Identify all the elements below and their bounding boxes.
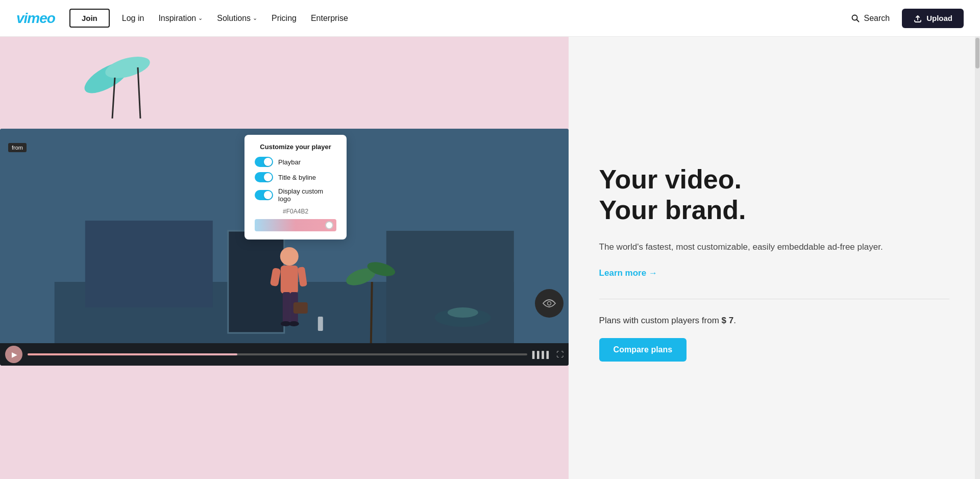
nav-login[interactable]: Log in xyxy=(122,14,144,23)
nav-inspiration[interactable]: Inspiration ⌄ xyxy=(158,14,203,23)
svg-point-25 xyxy=(448,307,478,318)
custom-logo-toggle[interactable] xyxy=(255,190,273,200)
custom-logo-label: Display custom logo xyxy=(278,187,336,203)
vimeo-logo: vimeo xyxy=(16,10,55,27)
video-player: Customize your player Playbar Title & by… xyxy=(0,129,569,366)
toggle-title-row: Title & byline xyxy=(255,172,336,182)
search-button[interactable]: Search xyxy=(851,14,890,23)
volume-bars: ▌▌▌▌ xyxy=(532,351,551,358)
svg-rect-20 xyxy=(293,302,308,314)
hero-title: Your video. Your brand. xyxy=(599,164,949,226)
svg-rect-26 xyxy=(318,317,323,331)
svg-line-5 xyxy=(138,67,140,118)
toggle-playbar-row: Playbar xyxy=(255,157,336,167)
svg-line-21 xyxy=(371,282,372,343)
playbar-toggle[interactable] xyxy=(255,157,273,167)
video-controls: ▶ ▌▌▌▌ ⛶ xyxy=(0,343,569,366)
title-byline-toggle[interactable] xyxy=(255,172,273,182)
progress-fill xyxy=(28,353,237,355)
nav-solutions[interactable]: Solutions ⌄ xyxy=(217,14,257,23)
svg-rect-9 xyxy=(386,231,514,343)
nav-enterprise[interactable]: Enterprise xyxy=(311,14,348,23)
fullscreen-button[interactable]: ⛶ xyxy=(556,350,564,358)
svg-line-1 xyxy=(857,19,859,21)
pink-background xyxy=(0,37,569,129)
upload-icon xyxy=(913,14,922,23)
customize-popup: Customize your player Playbar Title & by… xyxy=(244,135,347,240)
plant-illustration xyxy=(66,37,230,129)
playbar-label: Playbar xyxy=(278,158,301,166)
title-byline-label: Title & byline xyxy=(278,174,316,181)
toggle-logo-row: Display custom logo xyxy=(255,187,336,203)
scrollbar[interactable] xyxy=(975,37,980,479)
play-button[interactable]: ▶ xyxy=(5,346,22,363)
search-icon xyxy=(851,14,860,22)
volume-control[interactable]: ▌▌▌▌ xyxy=(532,351,551,358)
svg-point-12 xyxy=(280,247,299,266)
plans-text: Plans with custom players from $ 7. xyxy=(599,316,949,326)
nav-pricing[interactable]: Pricing xyxy=(272,14,297,23)
progress-bar[interactable] xyxy=(28,353,527,355)
eye-icon xyxy=(542,299,556,308)
svg-point-27 xyxy=(547,302,551,305)
svg-rect-16 xyxy=(283,292,290,323)
popup-title: Customize your player xyxy=(255,143,336,151)
learn-more-link[interactable]: Learn more → xyxy=(599,268,949,278)
scrollbar-thumb[interactable] xyxy=(975,38,979,68)
play-icon: ▶ xyxy=(12,350,17,358)
upload-button[interactable]: Upload xyxy=(902,9,964,28)
color-hex-value: #F0A4B2 xyxy=(255,208,336,215)
svg-point-19 xyxy=(289,321,299,326)
chevron-down-icon: ⌄ xyxy=(253,15,257,21)
navbar: vimeo Join Log in Inspiration ⌄ Solution… xyxy=(0,0,980,37)
svg-rect-13 xyxy=(281,266,298,294)
color-picker-dot[interactable] xyxy=(325,221,333,229)
left-panel: Customize your player Playbar Title & by… xyxy=(0,37,569,479)
eye-badge xyxy=(535,289,564,318)
hero-subtitle: The world's fastest, most customizable, … xyxy=(599,240,949,254)
color-picker-bar[interactable] xyxy=(255,219,336,231)
main-content: Customize your player Playbar Title & by… xyxy=(0,37,980,479)
chevron-down-icon: ⌄ xyxy=(198,15,203,21)
divider xyxy=(599,299,949,299)
right-panel: Your video. Your brand. The world's fast… xyxy=(569,37,980,479)
compare-plans-button[interactable]: Compare plans xyxy=(599,338,687,362)
join-button[interactable]: Join xyxy=(69,9,110,28)
from-badge: from xyxy=(8,143,27,152)
svg-rect-8 xyxy=(85,221,213,307)
